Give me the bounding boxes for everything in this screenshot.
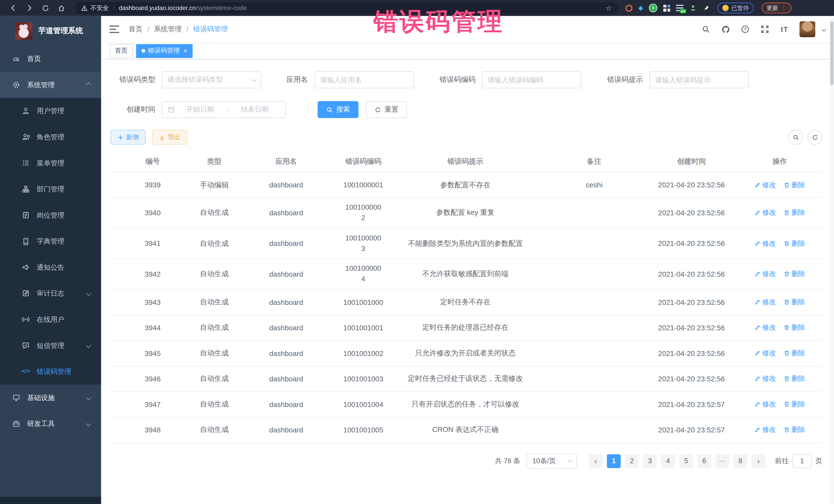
sidebar-item-home[interactable]: 首页 bbox=[0, 46, 101, 72]
chevron-down-icon[interactable] bbox=[822, 27, 826, 31]
page-button-5[interactable]: 5 bbox=[679, 454, 693, 468]
page-size-select[interactable]: 10条/页 bbox=[527, 454, 577, 468]
delete-link[interactable]: 删除 bbox=[784, 425, 805, 435]
search-button[interactable]: 搜索 bbox=[317, 101, 358, 118]
sidebar-item-audit[interactable]: 审计日志 bbox=[0, 280, 101, 306]
refresh-table-button[interactable] bbox=[807, 130, 822, 145]
forward-icon[interactable] bbox=[25, 4, 34, 12]
sidebar-item-devtools[interactable]: 研发工具 bbox=[0, 411, 101, 437]
page-button-8[interactable]: 8 bbox=[733, 454, 747, 468]
edit-link[interactable]: 修改 bbox=[754, 399, 776, 409]
font-size-icon[interactable]: tT bbox=[780, 24, 789, 34]
page-button-1[interactable]: 1 bbox=[607, 454, 621, 468]
filter-input[interactable] bbox=[650, 71, 749, 88]
home-icon[interactable] bbox=[57, 4, 65, 12]
delete-icon bbox=[784, 324, 790, 331]
goto-page-input[interactable] bbox=[792, 454, 812, 468]
tab-错误码管理[interactable]: 错误码管理× bbox=[136, 44, 193, 58]
delete-link[interactable]: 删除 bbox=[784, 374, 805, 384]
edit-link[interactable]: 修改 bbox=[754, 180, 776, 190]
breadcrumb-system[interactable]: 系统管理 bbox=[154, 24, 182, 34]
delete-link[interactable]: 删除 bbox=[784, 298, 805, 307]
breadcrumb-home[interactable]: 首页 bbox=[129, 24, 143, 34]
delete-link[interactable]: 删除 bbox=[784, 239, 805, 248]
edit-link[interactable]: 修改 bbox=[754, 269, 776, 279]
sidebar-item-role[interactable]: 角色管理 bbox=[0, 124, 101, 150]
sidebar-item-notice[interactable]: 通知公告 bbox=[0, 254, 101, 281]
edit-link[interactable]: 修改 bbox=[754, 208, 776, 218]
back-icon[interactable] bbox=[9, 4, 18, 12]
delete-link[interactable]: 删除 bbox=[784, 349, 805, 358]
filter-create-time: 创建时间 开始日期 - 结束日期 bbox=[111, 101, 286, 118]
page-button-2[interactable]: 2 bbox=[625, 454, 639, 468]
scrollbar-thumb[interactable] bbox=[830, 21, 833, 85]
sidebar-item-label: 岗位管理 bbox=[37, 211, 64, 220]
reload-icon[interactable] bbox=[41, 4, 49, 12]
edit-link[interactable]: 修改 bbox=[754, 425, 776, 435]
date-range-picker[interactable]: 开始日期 - 结束日期 bbox=[162, 101, 286, 118]
next-page-button[interactable]: › bbox=[752, 454, 766, 468]
filter-text-input[interactable] bbox=[320, 76, 408, 84]
page-button-4[interactable]: 4 bbox=[661, 454, 675, 468]
sidebar-item-online[interactable]: 在线用户 bbox=[0, 306, 101, 333]
delete-link[interactable]: 删除 bbox=[784, 180, 805, 190]
delete-link[interactable]: 删除 bbox=[784, 323, 805, 332]
more-pages-button[interactable]: ··· bbox=[716, 454, 729, 468]
show-search-button[interactable] bbox=[788, 130, 803, 145]
table-toolbar: 新增 导出 bbox=[111, 130, 822, 145]
sidebar-item-infra[interactable]: 基础设施 bbox=[0, 385, 101, 411]
paused-extension-pill[interactable]: 已暂停 bbox=[718, 3, 754, 13]
address-bar[interactable]: 不安全 dashboard.yudao.iocoder.cn/system/er… bbox=[74, 2, 618, 14]
sidebar-item-post[interactable]: 岗位管理 bbox=[0, 202, 101, 228]
update-pill[interactable]: 更新 ⋮ bbox=[762, 3, 792, 13]
prev-page-button[interactable]: ‹ bbox=[589, 454, 602, 468]
search-icon[interactable] bbox=[701, 24, 710, 34]
sidebar-item-menu[interactable]: 菜单管理 bbox=[0, 150, 101, 176]
page-button-6[interactable]: 6 bbox=[697, 454, 711, 468]
sidebar-item-dept[interactable]: 部门管理 bbox=[0, 176, 101, 202]
help-icon[interactable]: ? bbox=[740, 24, 750, 34]
reset-button[interactable]: 重置 bbox=[366, 101, 407, 118]
filter-text-input[interactable] bbox=[655, 76, 743, 84]
edit-link[interactable]: 修改 bbox=[754, 323, 776, 332]
extensions-pin-icon[interactable] bbox=[703, 5, 710, 12]
fullscreen-icon[interactable] bbox=[760, 24, 770, 34]
close-icon[interactable]: × bbox=[183, 48, 187, 54]
edit-link[interactable]: 修改 bbox=[754, 298, 776, 307]
edit-link[interactable]: 修改 bbox=[754, 349, 776, 358]
filter-select[interactable]: 请选择错误码类型 bbox=[162, 71, 261, 88]
github-icon[interactable] bbox=[721, 24, 730, 34]
add-button[interactable]: 新增 bbox=[111, 130, 146, 145]
filter-input[interactable] bbox=[314, 71, 414, 88]
edit-link[interactable]: 修改 bbox=[754, 374, 776, 384]
sidebar-item-dict[interactable]: 字典管理 bbox=[0, 228, 101, 254]
delete-link[interactable]: 删除 bbox=[784, 399, 805, 409]
hamburger-icon[interactable] bbox=[110, 25, 119, 33]
avatar[interactable] bbox=[799, 21, 815, 37]
extension-gem-icon[interactable]: ◆ bbox=[638, 5, 643, 11]
app-logo-row[interactable]: 芋道管理系统 bbox=[0, 16, 101, 46]
filter-input[interactable] bbox=[482, 71, 581, 88]
sidebar-item-system[interactable]: 系统管理 bbox=[0, 72, 101, 98]
filter-text-input[interactable] bbox=[488, 76, 576, 84]
export-button[interactable]: 导出 bbox=[152, 130, 187, 145]
extension-person-icon[interactable] bbox=[689, 4, 697, 12]
tab-首页[interactable]: 首页 bbox=[110, 44, 133, 58]
delete-link[interactable]: 删除 bbox=[784, 208, 805, 218]
extension-ring-icon[interactable] bbox=[626, 5, 632, 12]
extension-list-icon[interactable]: on bbox=[676, 5, 684, 11]
delete-link[interactable]: 删除 bbox=[784, 269, 805, 279]
extension-x-icon[interactable]: ✕ bbox=[649, 4, 657, 12]
breadcrumb-current: 错误码管理 bbox=[193, 24, 228, 34]
sidebar-item-error-code[interactable]: </>错误码管理 bbox=[0, 358, 101, 385]
bookmark-star-icon[interactable]: ☆ bbox=[605, 4, 612, 12]
page-scrollbar[interactable] bbox=[830, 16, 834, 504]
kebab-menu-icon[interactable]: ⋮ bbox=[781, 5, 787, 12]
edit-link[interactable]: 修改 bbox=[754, 239, 776, 248]
page-button-3[interactable]: 3 bbox=[643, 454, 657, 468]
sidebar-item-user[interactable]: 用户管理 bbox=[0, 98, 101, 124]
sidebar-item-sms[interactable]: 短信管理 bbox=[0, 332, 101, 358]
goto-label: 前往 bbox=[775, 456, 789, 465]
tools-icon bbox=[12, 419, 20, 428]
extension-grid-icon[interactable] bbox=[663, 5, 670, 12]
